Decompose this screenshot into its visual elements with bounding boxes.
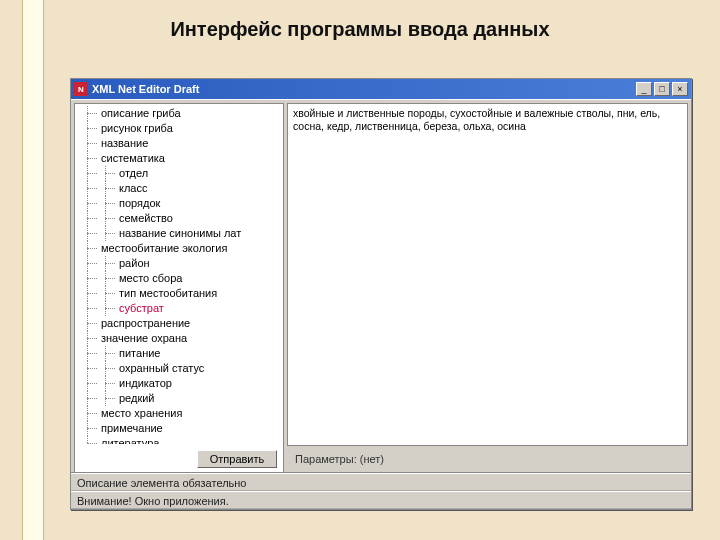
tree-item-label: индикатор — [119, 377, 172, 389]
titlebar[interactable]: N XML Net Editor Draft _ □ × — [71, 79, 691, 99]
tree-item[interactable]: название синонимы лат — [79, 226, 279, 241]
app-window: N XML Net Editor Draft _ □ × описание гр… — [70, 78, 692, 510]
tree-item[interactable]: значение охрана — [79, 331, 279, 346]
slide-title: Интерфейс программы ввода данных — [0, 18, 720, 41]
tree-item[interactable]: индикатор — [79, 376, 279, 391]
tree-item[interactable]: семейство — [79, 211, 279, 226]
tree-item-label: местообитание экология — [101, 242, 227, 254]
tree-item-label: питание — [119, 347, 160, 359]
tree-item-label: место хранения — [101, 407, 182, 419]
tree-item-label: отдел — [119, 167, 148, 179]
tree-item-label: место сбора — [119, 272, 182, 284]
tree-item[interactable]: субстрат — [79, 301, 279, 316]
minimize-button[interactable]: _ — [636, 82, 652, 96]
content-textarea[interactable]: хвойные и лиственные породы, сухостойные… — [287, 103, 688, 446]
window-title: XML Net Editor Draft — [92, 83, 636, 95]
tree-item[interactable]: редкий — [79, 391, 279, 406]
tree-item[interactable]: отдел — [79, 166, 279, 181]
status-bar: Описание элемента обязательно Внимание! … — [71, 472, 691, 509]
tree-item-label: охранный статус — [119, 362, 204, 374]
tree-item[interactable]: тип местообитания — [79, 286, 279, 301]
tree-list: описание грибарисунок грибаназваниесисте… — [79, 106, 279, 444]
tree-item[interactable]: класс — [79, 181, 279, 196]
tree-item-label: систематика — [101, 152, 165, 164]
submit-button[interactable]: Отправить — [197, 450, 277, 468]
tree-item[interactable]: порядок — [79, 196, 279, 211]
tree-item[interactable]: местообитание экология — [79, 241, 279, 256]
status-line-2: Внимание! Окно приложения. — [71, 491, 691, 509]
slide-stripe — [22, 0, 44, 540]
tree-item-label: значение охрана — [101, 332, 187, 344]
parameters-label: Параметры: (нет) — [287, 449, 688, 469]
tree-item[interactable]: охранный статус — [79, 361, 279, 376]
tree-item[interactable]: описание гриба — [79, 106, 279, 121]
close-button[interactable]: × — [672, 82, 688, 96]
tree-item-label: название синонимы лат — [119, 227, 241, 239]
tree-item-label: порядок — [119, 197, 160, 209]
tree-item-label: примечание — [101, 422, 163, 434]
tree-item[interactable]: систематика — [79, 151, 279, 166]
tree-pane: описание грибарисунок грибаназваниесисте… — [74, 103, 284, 475]
tree-item-label: описание гриба — [101, 107, 181, 119]
tree-item[interactable]: район — [79, 256, 279, 271]
tree-item-label: название — [101, 137, 148, 149]
tree-item-label: район — [119, 257, 150, 269]
tree-item-label: распространение — [101, 317, 190, 329]
app-icon: N — [74, 82, 88, 96]
tree-item-label: семейство — [119, 212, 173, 224]
tree-item-label: субстрат — [119, 302, 164, 314]
tree-item-label: класс — [119, 182, 147, 194]
tree-item[interactable]: название — [79, 136, 279, 151]
tree-item[interactable]: распространение — [79, 316, 279, 331]
tree-item[interactable]: литература — [79, 436, 279, 444]
status-line-1: Описание элемента обязательно — [71, 473, 691, 491]
tree-item-label: рисунок гриба — [101, 122, 173, 134]
tree-item-label: редкий — [119, 392, 155, 404]
tree-item[interactable]: место сбора — [79, 271, 279, 286]
tree-item[interactable]: рисунок гриба — [79, 121, 279, 136]
tree-item[interactable]: примечание — [79, 421, 279, 436]
tree-item[interactable]: питание — [79, 346, 279, 361]
tree-item[interactable]: место хранения — [79, 406, 279, 421]
maximize-button[interactable]: □ — [654, 82, 670, 96]
tree-item-label: литература — [101, 437, 159, 444]
tree-item-label: тип местообитания — [119, 287, 217, 299]
